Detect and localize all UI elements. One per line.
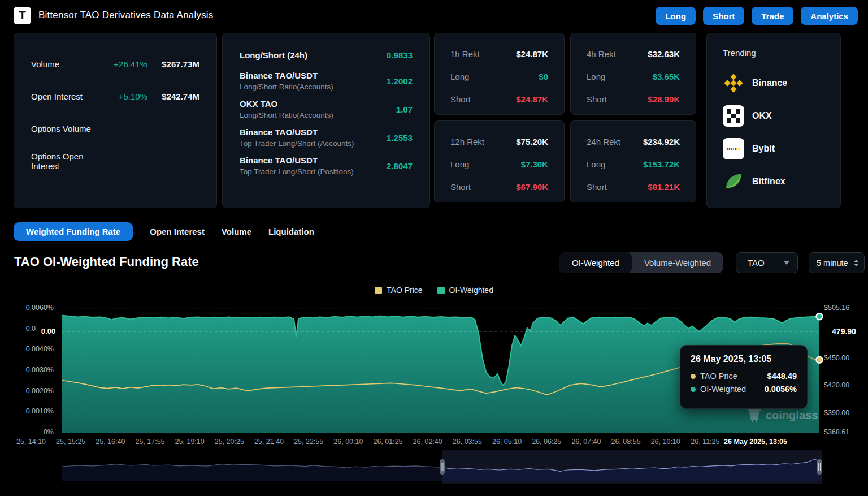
rekt-card-12h: 12h Rekt$75.20K Long$7.30K Short$67.90K [434,120,565,202]
y-axis-tick: 0% [3,428,54,436]
x-axis-tick: 26, 01:25 [373,438,402,446]
x-axis-tick: 26, 00:10 [333,438,363,446]
ls-value: 2.8047 [387,161,413,171]
oi-weighted-swatch [437,287,445,294]
trending-item-binance[interactable]: Binance [723,72,824,94]
exchange-name: Binance [752,78,787,88]
rekt-card-24h: 24h Rekt$234.92K Long$153.72K Short$81.2… [570,120,696,202]
rekt-title: 24h Rekt [587,137,643,146]
stat-label: Options Volume [31,124,96,133]
stat-row-options-volume: Options Volume [31,113,199,145]
y-axis-tick: 0.0030% [3,366,54,374]
y-axis-tick-right: $450.00 [824,354,849,362]
rekt-column-1: 1h Rekt$24.87K Long$0 Short$24.87K 12h R… [434,33,565,208]
stat-change: +5.10% [96,92,147,101]
rekt-long-label: Long [450,159,521,169]
weighting-toggle: OI-Weighted Volume-Weighted [559,252,723,273]
navigator-handle[interactable] [440,459,445,475]
tooltip-series-value: $448.49 [767,372,797,381]
rekt-short-value: $67.90K [516,182,548,192]
logo-glyph: T [19,9,25,22]
x-axis-tick: 26, 11:25 [691,438,719,446]
dashboard: T Bittensor TAO Derivatives Data Analysi… [0,0,868,496]
y-axis-tick: 0.0040% [3,345,54,353]
tooltip-series-name: OI-Weighted [700,385,746,394]
crosshair-left-label: 0.00 [36,325,61,338]
long-button[interactable]: Long [656,7,696,25]
chart-tabs: Weighted Funding Rate Open Interest Volu… [14,222,314,241]
trending-title: Trending [723,48,824,58]
chevron-down-icon [784,261,789,265]
x-axis-tick: 26, 08:55 [611,438,640,446]
rekt-title: 1h Rekt [450,49,516,59]
rekt-short-value: $24.87K [516,94,548,104]
rekt-short-value: $81.21K [648,182,680,192]
rekt-long-value: $153.72K [643,159,680,169]
symbol-select[interactable]: TAO [736,252,798,273]
navigator-handle[interactable] [817,459,822,475]
rekt-long-label: Long [587,72,653,81]
x-axis-tick: 25, 20:25 [215,438,244,446]
stat-row-options-open-interest: Options Open Interest [31,145,199,177]
chart-navigator[interactable] [62,450,822,485]
tab-weighted-funding-rate[interactable]: Weighted Funding Rate [14,222,133,241]
tooltip-row-funding: OI-Weighted 0.0056% [691,385,797,394]
updown-carets-icon [854,260,858,266]
rekt-card-1h: 1h Rekt$24.87K Long$0 Short$24.87K [434,33,565,115]
stat-label: Open Interest [31,92,96,101]
rekt-title: 12h Rekt [450,137,516,146]
toggle-volume-weighted[interactable]: Volume-Weighted [632,252,723,273]
yellow-dot-icon [691,374,696,379]
tab-open-interest[interactable]: Open Interest [150,222,205,241]
x-axis-tick: 26, 02:40 [413,438,442,446]
rekt-long-value: $7.30K [521,159,548,169]
chart-title: TAO OI-Weighted Funding Rate [14,255,199,269]
rekt-title: 4h Rekt [587,49,648,59]
rekt-long-label: Long [450,72,539,81]
header: T Bittensor TAO Derivatives Data Analysi… [0,0,868,32]
ls-value: 1.2002 [387,76,413,86]
x-axis-tick: 25, 15:25 [56,438,85,446]
ls-title: Binance TAO/USDT [240,127,387,137]
okx-icon [723,105,744,127]
rekt-short-label: Short [450,182,516,192]
x-axis-tick: 25, 19:10 [175,438,205,446]
trade-button[interactable]: Trade [752,7,793,25]
tab-volume[interactable]: Volume [222,222,251,241]
y-axis-tick-right: $420.00 [824,381,849,389]
ls-row: Binance TAO/USDT Long/Short Ratio(Accoun… [240,71,413,91]
binance-icon [723,72,744,94]
legend-tao-price[interactable]: TAO Price [375,286,423,295]
exchange-name: Bitfinex [752,176,785,187]
analytics-button[interactable]: Analytics [801,7,858,25]
rekt-short-label: Short [587,182,648,192]
tab-liquidation[interactable]: Liquidation [268,222,314,241]
trending-item-bybit[interactable]: BYBIT Bybit [723,138,824,159]
trending-card: Trending Binance [706,33,841,208]
x-axis-tick: 25, 22:55 [294,438,323,446]
trending-item-bitfinex[interactable]: Bitfinex [723,171,824,192]
ls-value: 0.9833 [387,50,413,60]
legend-oi-weighted[interactable]: OI-Weighted [437,286,493,295]
teal-dot-icon [691,387,696,392]
x-axis-tick: 26, 07:40 [571,438,601,446]
ls-subtitle: Top Trader Long/Short (Accounts) [240,139,387,148]
tao-price-swatch [375,287,382,294]
bittensor-logo: T [14,7,31,24]
stat-label: Options Open Interest [31,152,96,171]
exchange-name: Bybit [752,144,775,154]
ls-subtitle: Long/Short Ratio(Accounts) [240,83,387,91]
symbol-select-value: TAO [748,258,765,268]
tooltip-date: 26 May 2025, 13:05 [691,354,797,364]
stat-label: Volume [31,59,96,69]
volume-stats-card: Volume +26.41% $267.73M Open Interest +5… [14,33,217,208]
toggle-oi-weighted[interactable]: OI-Weighted [559,252,632,273]
interval-select[interactable]: 5 minute [809,252,865,273]
rekt-short-label: Short [450,94,516,104]
short-button[interactable]: Short [703,7,744,25]
trending-item-okx[interactable]: OKX [723,105,824,127]
page-title: Bittensor TAO Derivatives Data Analysis [38,10,214,21]
rekt-total: $75.20K [516,137,548,146]
y-axis-tick: 0.0020% [3,387,54,395]
crosshair-right-label: 479.90 [822,325,866,338]
